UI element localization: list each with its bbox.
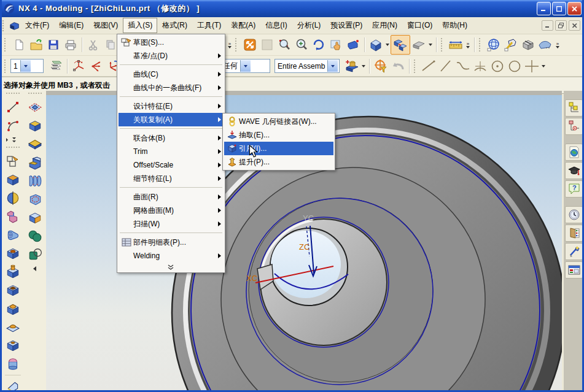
circle-tool-button[interactable] — [506, 58, 523, 75]
close-button[interactable] — [567, 2, 582, 15]
selection-scope-combo[interactable]: Entire Assemb — [274, 59, 340, 73]
toolbar-grip[interactable] — [6, 93, 20, 98]
measure-distance-button[interactable] — [447, 36, 464, 53]
toolbar-grip[interactable] — [441, 38, 445, 52]
menubar-item-file[interactable]: 文件(F) — [20, 18, 54, 33]
wcs-orient-button[interactable] — [87, 58, 104, 75]
circle-center-tool-button[interactable] — [489, 58, 506, 75]
help-button[interactable]: ? — [565, 180, 583, 198]
cut-button[interactable] — [85, 36, 102, 53]
model-orient-button[interactable] — [391, 35, 410, 55]
menubar-item-help[interactable]: 帮助(H) — [437, 18, 472, 33]
emboss-button[interactable] — [3, 318, 23, 336]
mdi-minimize-button[interactable] — [542, 20, 553, 31]
assembly-navigator-button[interactable] — [565, 99, 583, 117]
toolbar-grip[interactable] — [4, 38, 9, 52]
menu-item-design-feature[interactable]: 设计特征(E) — [119, 99, 224, 113]
sketch-button[interactable] — [3, 152, 23, 171]
menubar-item-window[interactable]: 窗口(O) — [402, 18, 437, 33]
boolean-unite-button[interactable] — [25, 227, 45, 245]
print-button[interactable] — [62, 36, 79, 53]
menu-item-mesh-surface[interactable]: 网格曲面(M) — [119, 204, 224, 217]
section-box-button[interactable] — [520, 36, 537, 53]
hole-button[interactable] — [3, 244, 23, 263]
menu-expand-button[interactable] — [119, 263, 224, 271]
menu-item-trim[interactable]: Trim — [119, 145, 224, 158]
point-tool-button[interactable] — [523, 58, 540, 75]
pan-view-button[interactable] — [327, 36, 345, 53]
tools-button[interactable] — [565, 243, 583, 260]
menubar-item-format[interactable]: 格式(R) — [157, 18, 192, 33]
selection-filter-button[interactable] — [372, 58, 389, 75]
shaded-dropdown-icon[interactable] — [386, 44, 389, 46]
slab-button[interactable] — [25, 135, 45, 153]
toolbar-grip[interactable] — [414, 60, 418, 73]
part-navigator-button[interactable] — [565, 118, 583, 135]
pad-button[interactable] — [3, 299, 23, 318]
datum-plane-button[interactable] — [25, 98, 45, 117]
filter-combo-dropdown-icon[interactable] — [240, 60, 251, 72]
mdi-restore-button[interactable] — [555, 20, 567, 31]
menubar-item-tools[interactable]: 工具(T) — [192, 18, 226, 33]
toolbar-overflow-indicator[interactable]: » — [226, 42, 233, 48]
undo-button[interactable] — [389, 58, 407, 75]
menubar-item-preferences[interactable]: 预设置(P) — [325, 18, 367, 33]
menu-item-curve[interactable]: 曲线(C) — [119, 67, 224, 81]
menu-item-sketch[interactable]: 草图(S)... — [119, 36, 224, 49]
deformation-button[interactable] — [537, 36, 554, 53]
selection-filter-combo[interactable]: 任何 — [220, 59, 270, 73]
toolbar-grip[interactable] — [479, 38, 483, 52]
chamfer-block-button[interactable] — [25, 209, 45, 227]
line-tool-button[interactable] — [420, 58, 437, 75]
menu-item-parts-list[interactable]: 部件明细表(P)... — [119, 236, 224, 249]
menubar-item-insert[interactable]: 插入(S) — [123, 18, 157, 33]
pocket-button[interactable] — [3, 281, 23, 299]
assembly-add-button[interactable] — [343, 58, 360, 75]
menu-item-curve-from-curves[interactable]: 曲线中的一条曲线(F) — [119, 81, 224, 94]
submenu-item-wave-linker[interactable]: WAVE 几何链接器(W)... — [224, 115, 333, 128]
block-button[interactable] — [25, 117, 45, 135]
boolean-subtract-button[interactable] — [25, 245, 45, 264]
display-blank-button[interactable] — [259, 36, 276, 53]
menu-item-sweep[interactable]: 扫描(W) — [119, 217, 224, 231]
surface-analysis-button[interactable] — [485, 36, 502, 53]
roles-button[interactable] — [565, 225, 583, 242]
shaded-display-button[interactable] — [367, 36, 384, 53]
rib-button[interactable] — [25, 172, 45, 190]
layer-combo-dropdown-icon[interactable] — [20, 60, 31, 72]
toolbar-overflow-indicator[interactable]: » — [554, 42, 561, 48]
fit-view-button[interactable] — [241, 36, 259, 53]
save-button[interactable] — [45, 36, 62, 53]
layer-combo[interactable]: 1 — [10, 59, 44, 73]
curve-toolbar-dropdown-icon[interactable] — [542, 65, 545, 67]
zoom-box-button[interactable] — [276, 36, 293, 53]
wireframe-dropdown-icon[interactable] — [429, 44, 432, 46]
menu-item-detail-feature[interactable]: 细节特征(L) — [119, 172, 224, 185]
line-feature-button[interactable] — [3, 98, 23, 117]
palette-button[interactable] — [565, 261, 583, 279]
menubar-item-information[interactable]: 信息(I) — [260, 18, 292, 33]
extrude-button[interactable] — [3, 171, 23, 189]
wcs-rotate-button[interactable] — [70, 58, 87, 75]
open-button[interactable] — [28, 36, 45, 53]
wireframe-mode-button[interactable] — [410, 36, 427, 53]
minimize-button[interactable] — [537, 2, 551, 15]
assembly-add-dropdown-icon[interactable] — [362, 65, 365, 67]
menu-item-welding[interactable]: Welding — [119, 249, 224, 263]
perspective-button[interactable] — [345, 36, 362, 53]
submenu-item-instance[interactable]: 引用(I)... — [224, 142, 333, 155]
revolve-button[interactable] — [3, 189, 23, 207]
web-browser-button[interactable] — [565, 144, 583, 161]
toolbar-grip[interactable] — [28, 93, 42, 98]
step-block-button[interactable] — [25, 153, 45, 172]
menubar-grip[interactable] — [2, 20, 7, 31]
menubar-item-edit[interactable]: 编辑(E) — [54, 18, 88, 33]
menubar-item-analysis[interactable]: 分析(L) — [292, 18, 326, 33]
mdi-close-button[interactable] — [569, 20, 580, 31]
inclined-line-tool-button[interactable] — [437, 58, 454, 75]
spline-tool-button[interactable] — [454, 58, 472, 75]
toolbar-expand-button[interactable] — [3, 135, 23, 145]
stamp-check-button[interactable] — [502, 36, 520, 53]
toolbar-collapse-button[interactable] — [25, 264, 45, 274]
arc-feature-button[interactable] — [3, 117, 23, 135]
